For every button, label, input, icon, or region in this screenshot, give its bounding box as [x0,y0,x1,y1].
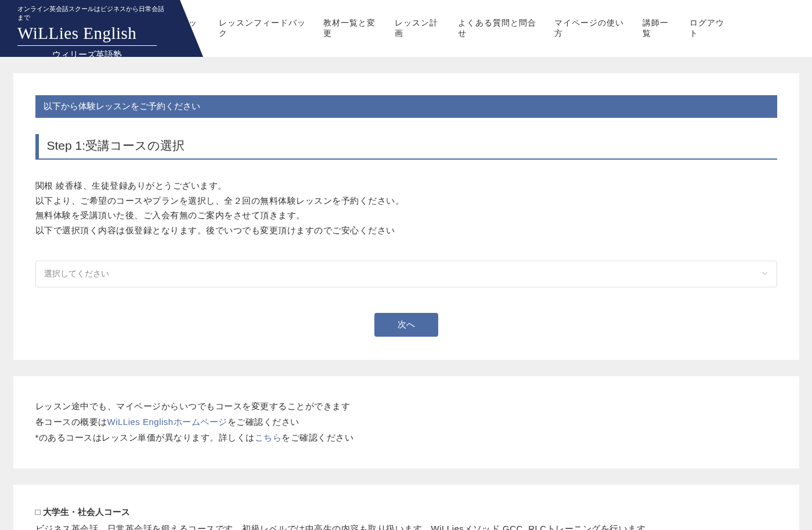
msg-line: 以下より、ご希望のコースやプランを選択し、全２回の無料体験レッスンを予約ください… [35,193,777,208]
nav-faq[interactable]: よくある質問と問合せ [458,18,540,39]
msg-line: 無料体験を受講頂いた後、ご入会有無のご案内をさせて頂きます。 [35,208,777,223]
course-select-wrap: 選択してください [35,261,777,287]
header: オンライン英会話スクールはビジネスから日常会話まで WiLLies Englis… [0,0,812,57]
nav-plan[interactable]: レッスン計画 [395,18,444,39]
message-block: 関根 綾香様、生徒登録ありがとうございます。 以下より、ご希望のコースやプランを… [35,178,777,237]
nav-tutors[interactable]: 講師一覧 [643,18,676,39]
banner: 以下から体験レッスンをご予約ください [35,95,777,118]
course-description: ビジネス英会話、日常英会話を鍛えるコースです。初級レベルでは中高生の内容も取り扱… [35,524,777,530]
details-link[interactable]: こちら [255,432,282,442]
logo[interactable]: オンライン英会話スクールはビジネスから日常会話まで WiLLies Englis… [0,0,180,57]
button-row: 次へ [35,313,777,337]
course-title: □ 大学生・社会人コース [35,507,777,518]
next-button[interactable]: 次へ [374,313,438,337]
info-block: レッスン途中でも、マイページからいつでもコースを変更することができます 各コース… [35,398,777,445]
select-placeholder: 選択してください [44,269,109,279]
msg-line: 以下で選択頂く内容は仮登録となります。後でいつでも変更頂けますのでご安心ください [35,223,777,238]
course-card: □ 大学生・社会人コース ビジネス英会話、日常英会話を鍛えるコースです。初級レベ… [13,485,799,530]
course-select[interactable]: 選択してください [35,261,777,287]
homepage-link[interactable]: WiLLies Englishホームページ [107,417,228,427]
nav-materials[interactable]: 教材一覧と変更 [323,18,381,39]
logo-text: WiLLies English [17,24,166,43]
step-heading: Step 1:受講コースの選択 [35,134,777,160]
logo-divider [17,45,157,46]
logo-tagline: オンライン英会話スクールはビジネスから日常会話まで [17,5,166,22]
nav-mypage[interactable]: マイページの使い方 [554,18,629,39]
main-nav: トップ レッスンフィードバック 教材一覧と変更 レッスン計画 よくある質問と問合… [180,0,812,57]
nav-feedback[interactable]: レッスンフィードバック [219,18,309,39]
info-line: *のあるコースはレッスン単価が異なります。詳しくはこちらをご確認ください [35,430,777,445]
info-card: レッスン途中でも、マイページからいつでもコースを変更することができます 各コース… [13,376,799,468]
nav-logout[interactable]: ログアウト [690,18,731,39]
info-line: レッスン途中でも、マイページからいつでもコースを変更することができます [35,398,777,414]
logo-subtext: ウィリーズ英語塾 [17,49,157,60]
info-line: 各コースの概要はWiLLies Englishホームページをご確認ください [35,414,777,430]
step-card: 以下から体験レッスンをご予約ください Step 1:受講コースの選択 関根 綾香… [13,73,799,360]
chevron-down-icon [762,270,768,279]
msg-line: 関根 綾香様、生徒登録ありがとうございます。 [35,178,777,193]
